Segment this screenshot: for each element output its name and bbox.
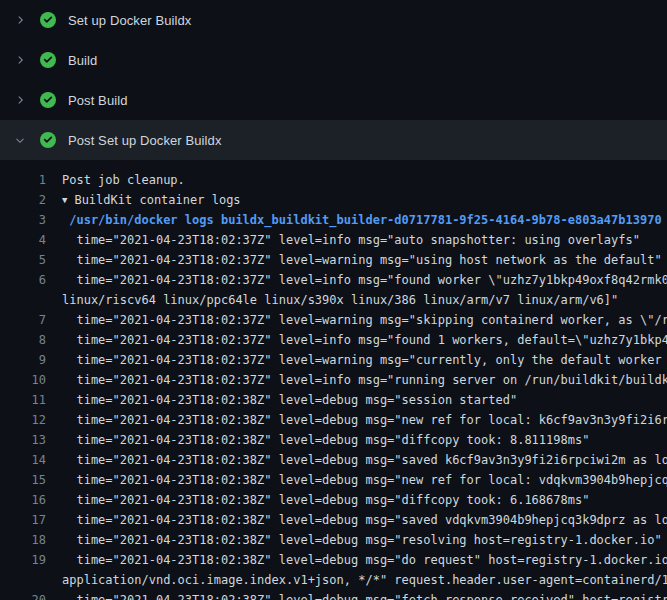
log-text: time="2021-04-23T18:02:37Z" level=warnin… [46, 350, 667, 370]
line-number[interactable]: 2 [0, 190, 46, 210]
chevron-right-icon [12, 52, 28, 68]
step-header-0[interactable]: Set up Docker Buildx [0, 0, 667, 40]
log-text: time="2021-04-23T18:02:38Z" level=debug … [46, 390, 667, 410]
line-number[interactable]: 18 [0, 530, 46, 550]
log-text: Post job cleanup. [46, 170, 667, 190]
step-label: Post Set up Docker Buildx [68, 133, 222, 148]
log-text: time="2021-04-23T18:02:37Z" level=info m… [46, 230, 667, 250]
log-text: ▼BuildKit container logs [46, 190, 667, 210]
step-label: Post Build [68, 93, 128, 108]
step-label: Build [68, 53, 97, 68]
chevron-right-icon [12, 92, 28, 108]
step-label: Set up Docker Buildx [68, 13, 191, 28]
step-header-2[interactable]: Post Build [0, 80, 667, 120]
log-lines: 1 Post job cleanup. 2 ▼BuildKit containe… [0, 160, 667, 600]
check-circle-icon [40, 92, 56, 108]
log-line: 7 time="2021-04-23T18:02:37Z" level=warn… [0, 310, 667, 330]
log-text: time="2021-04-23T18:02:38Z" level=debug … [46, 510, 667, 530]
log-line: 20 time="2021-04-23T18:02:38Z" level=deb… [0, 590, 667, 600]
line-number[interactable]: 11 [0, 390, 46, 410]
chevron-right-icon [12, 12, 28, 28]
log-line: 12 time="2021-04-23T18:02:38Z" level=deb… [0, 410, 667, 430]
check-circle-icon [40, 52, 56, 68]
log-line: 14 time="2021-04-23T18:02:38Z" level=deb… [0, 450, 667, 470]
log-line: 17 time="2021-04-23T18:02:38Z" level=deb… [0, 510, 667, 530]
line-number [0, 570, 46, 590]
log-text: time="2021-04-23T18:02:38Z" level=debug … [46, 410, 667, 430]
log-line: 9 time="2021-04-23T18:02:37Z" level=warn… [0, 350, 667, 370]
log-text: time="2021-04-23T18:02:38Z" level=debug … [46, 530, 667, 550]
log-text: application/vnd.oci.image.index.v1+json,… [46, 570, 667, 590]
log-line: 11 time="2021-04-23T18:02:38Z" level=deb… [0, 390, 667, 410]
line-number[interactable]: 9 [0, 350, 46, 370]
log-line: 4 time="2021-04-23T18:02:37Z" level=info… [0, 230, 667, 250]
log-line: linux/riscv64 linux/ppc64le linux/s390x … [0, 290, 667, 310]
log-text: time="2021-04-23T18:02:38Z" level=debug … [46, 430, 667, 450]
line-number[interactable]: 17 [0, 510, 46, 530]
log-text: time="2021-04-23T18:02:37Z" level=info m… [46, 330, 667, 350]
line-number[interactable]: 14 [0, 450, 46, 470]
collapse-triangle-icon[interactable]: ▼ [62, 190, 67, 210]
line-number[interactable]: 20 [0, 590, 46, 600]
log-text: time="2021-04-23T18:02:38Z" level=debug … [46, 470, 667, 490]
line-number[interactable]: 5 [0, 250, 46, 270]
log-text: linux/riscv64 linux/ppc64le linux/s390x … [46, 290, 667, 310]
line-number[interactable]: 7 [0, 310, 46, 330]
log-line: 18 time="2021-04-23T18:02:38Z" level=deb… [0, 530, 667, 550]
line-number[interactable]: 12 [0, 410, 46, 430]
line-number[interactable]: 1 [0, 170, 46, 190]
log-text: time="2021-04-23T18:02:37Z" level=warnin… [46, 250, 667, 270]
log-line: 19 time="2021-04-23T18:02:38Z" level=deb… [0, 550, 667, 570]
log-line: 2 ▼BuildKit container logs [0, 190, 667, 210]
chevron-down-icon [12, 132, 28, 148]
step-header-3[interactable]: Post Set up Docker Buildx [0, 120, 667, 160]
log-text: time="2021-04-23T18:02:37Z" level=info m… [46, 270, 667, 290]
check-circle-icon [40, 132, 56, 148]
line-number[interactable]: 3 [0, 210, 46, 230]
check-circle-icon [40, 12, 56, 28]
log-line: 8 time="2021-04-23T18:02:37Z" level=info… [0, 330, 667, 350]
log-line: 15 time="2021-04-23T18:02:38Z" level=deb… [0, 470, 667, 490]
log-line: 13 time="2021-04-23T18:02:38Z" level=deb… [0, 430, 667, 450]
log-text: time="2021-04-23T18:02:38Z" level=debug … [46, 450, 667, 470]
log-text: time="2021-04-23T18:02:37Z" level=warnin… [46, 310, 667, 330]
line-number[interactable]: 16 [0, 490, 46, 510]
steps-list: Set up Docker Buildx Build P [0, 0, 667, 160]
log-line: 5 time="2021-04-23T18:02:37Z" level=warn… [0, 250, 667, 270]
log-line: application/vnd.oci.image.index.v1+json,… [0, 570, 667, 590]
group-title[interactable]: BuildKit container logs [74, 193, 240, 207]
log-text: /usr/bin/docker logs buildx_buildkit_bui… [46, 210, 667, 230]
line-number [0, 290, 46, 310]
log-text: time="2021-04-23T18:02:38Z" level=debug … [46, 590, 667, 600]
line-number[interactable]: 4 [0, 230, 46, 250]
line-number[interactable]: 13 [0, 430, 46, 450]
log-line: 3 /usr/bin/docker logs buildx_buildkit_b… [0, 210, 667, 230]
step-header-1[interactable]: Build [0, 40, 667, 80]
actions-log-viewer: Set up Docker Buildx Build P [0, 0, 667, 600]
line-number[interactable]: 10 [0, 370, 46, 390]
log-line: 10 time="2021-04-23T18:02:37Z" level=inf… [0, 370, 667, 390]
log-line: 16 time="2021-04-23T18:02:38Z" level=deb… [0, 490, 667, 510]
line-number[interactable]: 6 [0, 270, 46, 290]
line-number[interactable]: 8 [0, 330, 46, 350]
log-text: time="2021-04-23T18:02:38Z" level=debug … [46, 490, 667, 510]
line-number[interactable]: 15 [0, 470, 46, 490]
line-number[interactable]: 19 [0, 550, 46, 570]
log-line: 6 time="2021-04-23T18:02:37Z" level=info… [0, 270, 667, 290]
log-line: 1 Post job cleanup. [0, 170, 667, 190]
log-text: time="2021-04-23T18:02:37Z" level=info m… [46, 370, 667, 390]
log-text: time="2021-04-23T18:02:38Z" level=debug … [46, 550, 667, 570]
